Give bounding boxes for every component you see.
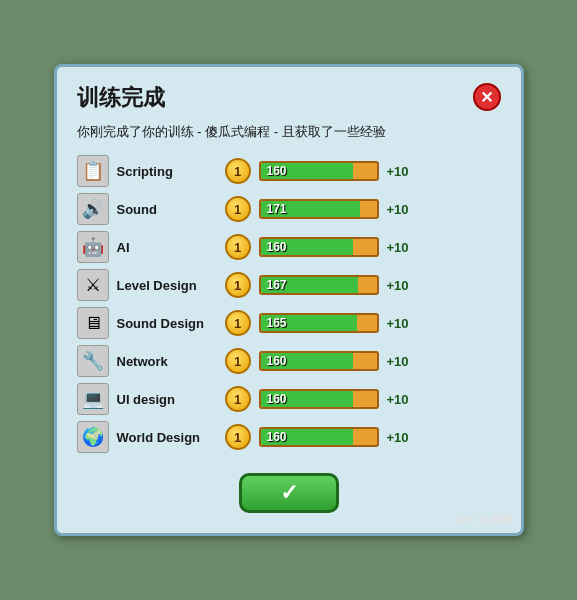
progress-label-ai: 160 (261, 239, 377, 255)
watermark: 3HE 当游网 (455, 512, 512, 527)
skill-list: 📋 Scripting 1 160 +10 🔊 Sound 1 171 +10 … (77, 155, 501, 453)
skill-level-world-design: 1 (225, 424, 251, 450)
skill-row-level-design: ⚔ Level Design 1 167 +10 (77, 269, 501, 301)
skill-icon-scripting: 📋 (77, 155, 109, 187)
skill-icon-ui-design: 💻 (77, 383, 109, 415)
ok-button-container: ✓ (77, 473, 501, 513)
progress-bar-sound: 171 (259, 199, 379, 219)
skill-name-level-design: Level Design (117, 278, 217, 293)
skill-level-ai: 1 (225, 234, 251, 260)
skill-name-sound: Sound (117, 202, 217, 217)
progress-label-world-design: 160 (261, 429, 377, 445)
skill-name-ai: AI (117, 240, 217, 255)
xp-gain-ai: +10 (387, 240, 409, 255)
title-bar: 训练完成 ✕ (77, 83, 501, 113)
progress-bar-ui-design: 160 (259, 389, 379, 409)
xp-gain-network: +10 (387, 354, 409, 369)
skill-level-scripting: 1 (225, 158, 251, 184)
progress-label-scripting: 160 (261, 163, 377, 179)
skill-icon-ai: 🤖 (77, 231, 109, 263)
skill-name-ui-design: UI design (117, 392, 217, 407)
skill-icon-sound-design: 🖥 (77, 307, 109, 339)
checkmark-icon: ✓ (280, 480, 298, 506)
skill-level-sound: 1 (225, 196, 251, 222)
progress-bar-ai: 160 (259, 237, 379, 257)
close-button[interactable]: ✕ (473, 83, 501, 111)
training-complete-dialog: 训练完成 ✕ 你刚完成了你的训练 - 傻瓜式编程 - 且获取了一些经验 📋 Sc… (54, 64, 524, 536)
skill-icon-level-design: ⚔ (77, 269, 109, 301)
xp-gain-level-design: +10 (387, 278, 409, 293)
xp-gain-scripting: +10 (387, 164, 409, 179)
skill-level-network: 1 (225, 348, 251, 374)
progress-label-sound-design: 165 (261, 315, 377, 331)
skill-row-sound-design: 🖥 Sound Design 1 165 +10 (77, 307, 501, 339)
skill-row-sound: 🔊 Sound 1 171 +10 (77, 193, 501, 225)
skill-row-world-design: 🌍 World Design 1 160 +10 (77, 421, 501, 453)
skill-icon-sound: 🔊 (77, 193, 109, 225)
skill-name-sound-design: Sound Design (117, 316, 217, 331)
progress-label-level-design: 167 (261, 277, 377, 293)
skill-level-ui-design: 1 (225, 386, 251, 412)
progress-bar-world-design: 160 (259, 427, 379, 447)
progress-bar-scripting: 160 (259, 161, 379, 181)
xp-gain-world-design: +10 (387, 430, 409, 445)
skill-level-sound-design: 1 (225, 310, 251, 336)
xp-gain-sound: +10 (387, 202, 409, 217)
progress-label-network: 160 (261, 353, 377, 369)
skill-name-world-design: World Design (117, 430, 217, 445)
progress-bar-level-design: 167 (259, 275, 379, 295)
xp-gain-ui-design: +10 (387, 392, 409, 407)
skill-icon-network: 🔧 (77, 345, 109, 377)
dialog-title: 训练完成 (77, 83, 165, 113)
progress-bar-sound-design: 165 (259, 313, 379, 333)
skill-icon-world-design: 🌍 (77, 421, 109, 453)
xp-gain-sound-design: +10 (387, 316, 409, 331)
progress-label-sound: 171 (261, 201, 377, 217)
progress-label-ui-design: 160 (261, 391, 377, 407)
progress-bar-network: 160 (259, 351, 379, 371)
skill-level-level-design: 1 (225, 272, 251, 298)
dialog-subtitle: 你刚完成了你的训练 - 傻瓜式编程 - 且获取了一些经验 (77, 123, 501, 141)
skill-row-network: 🔧 Network 1 160 +10 (77, 345, 501, 377)
skill-name-network: Network (117, 354, 217, 369)
skill-row-ai: 🤖 AI 1 160 +10 (77, 231, 501, 263)
skill-row-scripting: 📋 Scripting 1 160 +10 (77, 155, 501, 187)
skill-row-ui-design: 💻 UI design 1 160 +10 (77, 383, 501, 415)
skill-name-scripting: Scripting (117, 164, 217, 179)
ok-button[interactable]: ✓ (239, 473, 339, 513)
